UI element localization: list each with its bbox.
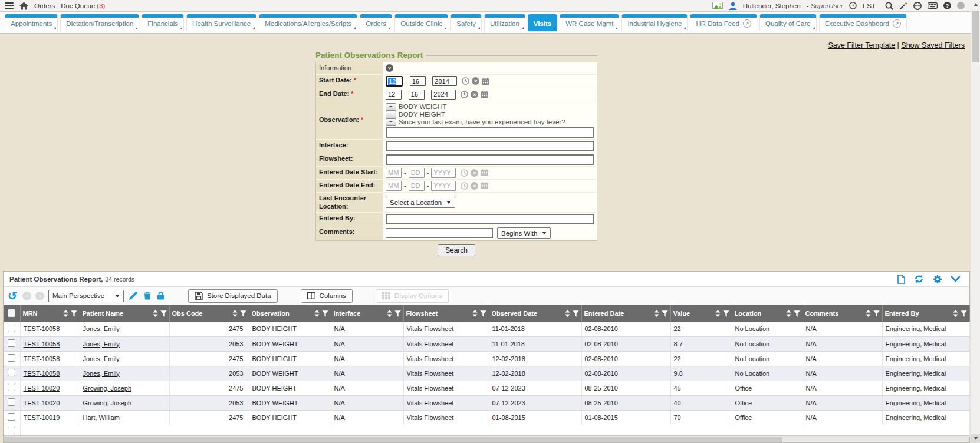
column-header-flowsheet[interactable]: Flowsheet: [403, 305, 489, 322]
entered-date-start-year-input[interactable]: [431, 168, 456, 178]
column-header-mrn[interactable]: MRN: [20, 305, 80, 322]
menu-icon[interactable]: [5, 2, 14, 9]
row-checkbox[interactable]: [8, 325, 15, 332]
tab-health-surveillance[interactable]: Health Surveillance: [186, 14, 256, 31]
vertical-scrollbar-thumb[interactable]: [972, 11, 979, 62]
entered-date-start-month-input[interactable]: [386, 168, 402, 178]
sort-icon[interactable]: [786, 310, 791, 317]
keyboard-icon[interactable]: [928, 2, 938, 9]
tab-executive-dashboard[interactable]: Executive Dashboard↗: [819, 14, 907, 31]
time-icon[interactable]: [461, 91, 468, 98]
tab-medications-allergies-scripts[interactable]: Medications/Allergies/Scripts: [259, 14, 357, 31]
mrn-link[interactable]: TEST-10058: [24, 340, 60, 348]
entered-date-start-day-input[interactable]: [409, 168, 425, 178]
lock-icon[interactable]: [157, 292, 164, 300]
comments-match-select[interactable]: Begins With: [497, 227, 551, 239]
filter-icon[interactable]: [794, 310, 800, 317]
clear-date-icon[interactable]: ×: [472, 77, 479, 85]
entered-date-end-day-input[interactable]: [409, 181, 425, 191]
mrn-link[interactable]: TEST-10058: [24, 355, 60, 362]
column-header-interface[interactable]: Interface: [331, 305, 403, 322]
user-icon[interactable]: [729, 2, 737, 10]
tab-appointments[interactable]: Appointments: [5, 14, 58, 31]
nav-doc-queue[interactable]: Doc Queue(3): [61, 2, 105, 9]
nav-orders[interactable]: Orders: [34, 2, 55, 9]
time-icon[interactable]: [461, 169, 468, 177]
column-header-value[interactable]: Value: [670, 305, 732, 322]
save-filter-template-link[interactable]: Save Filter Template: [828, 41, 895, 49]
sort-icon[interactable]: [565, 310, 570, 317]
filter-icon[interactable]: [322, 310, 328, 317]
collapse-panel-icon[interactable]: [951, 276, 960, 282]
tab-safety[interactable]: Safety: [450, 14, 482, 31]
perspective-select[interactable]: Main Perspective: [48, 290, 124, 302]
clear-date-icon[interactable]: ×: [471, 169, 478, 177]
sort-icon[interactable]: [953, 310, 958, 317]
help-icon[interactable]: ?: [943, 2, 951, 9]
mrn-link[interactable]: TEST-10020: [24, 385, 60, 392]
tab-financials[interactable]: Financials: [142, 14, 184, 31]
tab-quality-of-care[interactable]: Quality of Care: [759, 14, 817, 31]
row-checkbox[interactable]: [8, 339, 15, 347]
select-all-checkbox[interactable]: [8, 309, 15, 317]
tab-outside-clinic[interactable]: Outside Clinic: [394, 14, 448, 31]
store-displayed-data-button[interactable]: Store Displayed Data: [188, 289, 278, 303]
refresh-icon[interactable]: [914, 275, 924, 283]
sort-icon[interactable]: [387, 310, 392, 317]
calendar-icon[interactable]: [481, 169, 488, 176]
column-header-comments[interactable]: Comments: [803, 305, 882, 322]
sort-icon[interactable]: [63, 310, 68, 317]
column-header-entered-date[interactable]: Entered Date: [581, 305, 670, 322]
scroll-down-arrow[interactable]: [971, 434, 980, 443]
calendar-icon[interactable]: [482, 78, 489, 85]
entered-date-end-year-input[interactable]: [431, 181, 456, 191]
patient-name-link[interactable]: Growing, Joseph: [83, 385, 132, 392]
start-date-day-input[interactable]: [410, 76, 426, 86]
globe-icon[interactable]: [913, 2, 922, 10]
search-button[interactable]: Search: [438, 244, 475, 256]
row-checkbox[interactable]: [8, 427, 15, 434]
entered-by-input[interactable]: [386, 214, 594, 224]
tab-orders[interactable]: Orders: [360, 14, 392, 31]
mrn-link[interactable]: TEST-10058: [24, 325, 60, 332]
filter-icon[interactable]: [394, 310, 401, 317]
filter-icon[interactable]: [71, 310, 77, 317]
sort-icon[interactable]: [654, 310, 659, 317]
search-icon[interactable]: [885, 2, 893, 10]
patient-name-link[interactable]: Jones, Emily: [83, 325, 120, 332]
column-header-obs-code[interactable]: Obs Code: [169, 305, 249, 322]
horizontal-scrollbar-thumb[interactable]: [4, 437, 782, 442]
remove-observation-button[interactable]: −: [386, 111, 396, 118]
delete-perspective-icon[interactable]: [144, 292, 151, 300]
show-saved-filters-link[interactable]: Show Saved Filters: [901, 41, 965, 49]
columns-button[interactable]: Columns: [301, 289, 353, 303]
patient-name-link[interactable]: Jones, Emily: [83, 340, 120, 348]
sort-icon[interactable]: [314, 310, 320, 317]
remove-observation-button[interactable]: −: [386, 103, 396, 111]
filter-icon[interactable]: [240, 310, 246, 317]
interface-input[interactable]: [386, 141, 594, 151]
calendar-icon[interactable]: [481, 182, 488, 189]
mrn-link[interactable]: TEST-10058: [24, 370, 60, 377]
filter-icon[interactable]: [873, 310, 880, 317]
end-date-year-input[interactable]: [431, 90, 456, 100]
patient-name-link[interactable]: Jones, Emily: [83, 355, 120, 362]
filter-icon[interactable]: [723, 310, 729, 317]
row-checkbox[interactable]: [8, 398, 15, 406]
observation-filter-input[interactable]: [386, 127, 594, 138]
sort-icon[interactable]: [715, 310, 721, 317]
clear-date-icon[interactable]: ×: [471, 182, 478, 190]
row-checkbox[interactable]: [8, 384, 15, 391]
tab-wr-case-mgmt[interactable]: WR Case Mgmt: [560, 14, 619, 31]
column-header-patient-name[interactable]: Patient Name: [80, 305, 169, 322]
photo-icon[interactable]: [712, 2, 723, 9]
sort-icon[interactable]: [232, 310, 238, 317]
mrn-link[interactable]: TEST-10019: [24, 414, 60, 421]
filter-icon[interactable]: [662, 310, 668, 317]
comments-input[interactable]: [386, 228, 493, 238]
filter-icon[interactable]: [573, 310, 579, 317]
flowsheet-input[interactable]: [386, 154, 594, 165]
column-header-observed-date[interactable]: Observed Date: [489, 305, 581, 322]
filter-icon[interactable]: [961, 310, 967, 317]
clear-date-icon[interactable]: ×: [471, 91, 478, 98]
